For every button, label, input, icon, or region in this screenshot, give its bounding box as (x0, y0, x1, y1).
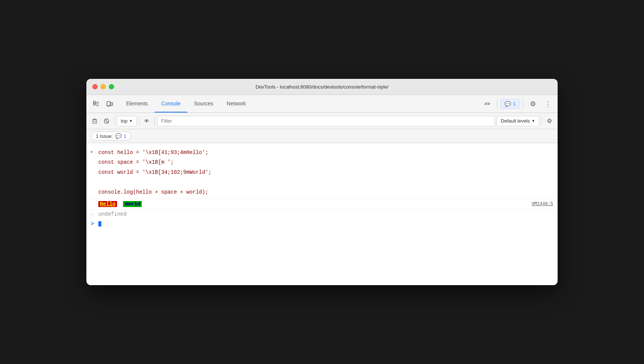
svg-rect-6 (111, 103, 113, 105)
eye-icon-button[interactable]: 👁 (142, 116, 152, 126)
console-prompt[interactable] (86, 219, 558, 229)
console-output: const hello = '\x1B[41;93;4mHello'; cons… (86, 143, 558, 285)
separator-console-2 (139, 117, 139, 125)
hello-styled-text: Hello (98, 201, 117, 207)
cursor (98, 221, 101, 226)
separator-console-3 (154, 117, 155, 125)
chat-icon: 💬 (505, 101, 511, 107)
maximize-button[interactable] (109, 84, 114, 89)
svg-rect-9 (93, 120, 96, 123)
issues-pill-count: 1 (124, 133, 126, 139)
log-levels-selector[interactable]: Default levels ▼ (497, 116, 539, 126)
issues-label: 1 Issue: (96, 133, 113, 139)
separator-2 (523, 99, 523, 109)
log-levels-arrow-icon: ▼ (531, 119, 535, 123)
separator-console-1 (114, 117, 114, 125)
window-title: DevTools - localhost:8080/docs/devtools/… (255, 84, 389, 90)
vm-link[interactable]: VM1446:5 (531, 201, 553, 207)
code-line-2: const space = '\x1B[m '; (98, 157, 553, 167)
console-entry-code[interactable]: const hello = '\x1B[41;93;4mHello'; cons… (86, 146, 558, 198)
console-settings-icon[interactable]: ⚙ (544, 116, 555, 126)
main-toolbar: Elements Console Sources Network >> 💬 1 … (86, 95, 558, 113)
return-value-entry: undefined (86, 210, 558, 219)
separator-console-4 (542, 117, 542, 125)
titlebar: DevTools - localhost:8080/docs/devtools/… (86, 79, 558, 95)
settings-button[interactable]: ⚙ (526, 97, 540, 111)
tab-console[interactable]: Console (154, 95, 187, 112)
devtools-window: DevTools - localhost:8080/docs/devtools/… (86, 79, 558, 285)
device-toolbar-button[interactable] (103, 97, 116, 111)
code-line-3: const world = '\x1B[34;102;9mWorld'; (98, 167, 553, 177)
block-icon-button[interactable] (101, 116, 112, 126)
code-line-5: console.log(hello + space + world); (98, 187, 553, 197)
issues-badge[interactable]: 💬 1 (500, 99, 520, 109)
console-toolbar: top ▼ 👁 Default levels ▼ ⚙ (86, 113, 558, 129)
dropdown-arrow-icon: ▼ (129, 119, 133, 123)
toolbar-right: >> 💬 1 ⚙ ⋮ (481, 97, 555, 111)
clear-console-button[interactable] (89, 116, 100, 126)
svg-rect-4 (93, 103, 95, 105)
issues-count: 1 (513, 101, 516, 107)
issues-bar: 1 Issue: 💬 1 (86, 129, 558, 143)
console-log-output: Hello World VM1446:5 (86, 198, 558, 210)
code-line-1: const hello = '\x1B[41;93;4mHello'; (98, 148, 553, 157)
chat-bubble-icon: 💬 (115, 133, 122, 139)
world-styled-text: World (123, 201, 142, 207)
tab-sources[interactable]: Sources (187, 95, 220, 112)
code-line-empty (98, 177, 553, 187)
svg-line-13 (105, 119, 108, 123)
context-selector[interactable]: top ▼ (117, 116, 137, 126)
return-value-text: undefined (98, 211, 127, 217)
traffic-lights (92, 84, 114, 89)
separator-1 (497, 99, 497, 109)
tab-network[interactable]: Network (220, 95, 252, 112)
tab-list: Elements Console Sources Network (119, 95, 252, 112)
more-tabs-button[interactable]: >> (481, 97, 494, 111)
close-button[interactable] (92, 84, 98, 89)
customize-button[interactable]: ⋮ (541, 97, 555, 111)
filter-input[interactable] (157, 116, 495, 126)
more-tabs-label: >> (484, 101, 490, 107)
log-levels-label: Default levels (501, 118, 530, 124)
inspect-element-button[interactable] (89, 97, 103, 111)
issues-pill[interactable]: 1 Issue: 💬 1 (91, 132, 131, 141)
tab-elements[interactable]: Elements (119, 95, 154, 112)
minimize-button[interactable] (101, 84, 106, 89)
context-label: top (121, 118, 128, 124)
